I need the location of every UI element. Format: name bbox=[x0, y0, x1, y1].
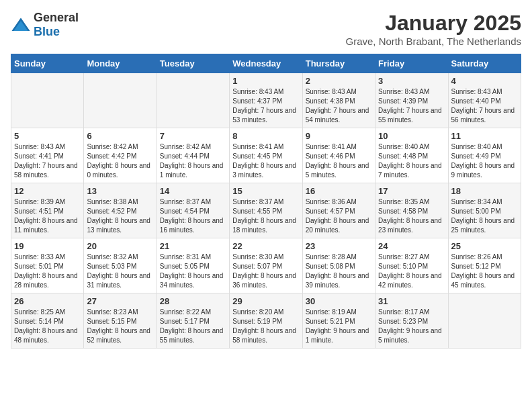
header: General Blue January 2025 Grave, North B… bbox=[11, 11, 521, 47]
calendar-cell: 4Sunrise: 8:43 AM Sunset: 4:40 PM Daylig… bbox=[448, 73, 521, 128]
day-info: Sunrise: 8:25 AM Sunset: 5:14 PM Dayligh… bbox=[14, 308, 81, 345]
day-number: 24 bbox=[378, 241, 445, 251]
day-number: 15 bbox=[232, 186, 299, 196]
day-number: 19 bbox=[14, 241, 81, 251]
day-info: Sunrise: 8:37 AM Sunset: 4:54 PM Dayligh… bbox=[160, 197, 226, 235]
day-number: 22 bbox=[232, 241, 299, 251]
calendar-cell: 9Sunrise: 8:41 AM Sunset: 4:46 PM Daylig… bbox=[302, 128, 375, 183]
day-info: Sunrise: 8:39 AM Sunset: 4:51 PM Dayligh… bbox=[14, 197, 81, 235]
day-number: 20 bbox=[87, 241, 153, 251]
calendar-cell: 6Sunrise: 8:42 AM Sunset: 4:42 PM Daylig… bbox=[84, 128, 157, 183]
logo-general-text: General bbox=[34, 11, 79, 24]
calendar-cell bbox=[84, 73, 157, 128]
calendar-cell bbox=[157, 73, 229, 128]
day-info: Sunrise: 8:43 AM Sunset: 4:39 PM Dayligh… bbox=[378, 87, 445, 125]
calendar-cell bbox=[11, 73, 84, 128]
calendar-cell: 1Sunrise: 8:43 AM Sunset: 4:37 PM Daylig… bbox=[230, 73, 302, 128]
day-header-friday: Friday bbox=[375, 54, 448, 73]
calendar-cell: 23Sunrise: 8:28 AM Sunset: 5:08 PM Dayli… bbox=[302, 238, 375, 293]
day-number: 7 bbox=[160, 131, 226, 141]
day-info: Sunrise: 8:17 AM Sunset: 5:23 PM Dayligh… bbox=[378, 308, 445, 345]
day-info: Sunrise: 8:37 AM Sunset: 4:55 PM Dayligh… bbox=[232, 197, 299, 235]
day-number: 10 bbox=[378, 131, 445, 141]
day-info: Sunrise: 8:34 AM Sunset: 5:00 PM Dayligh… bbox=[451, 197, 518, 235]
day-info: Sunrise: 8:33 AM Sunset: 5:01 PM Dayligh… bbox=[14, 253, 81, 290]
calendar-cell: 5Sunrise: 8:43 AM Sunset: 4:41 PM Daylig… bbox=[11, 128, 84, 183]
day-number: 28 bbox=[160, 296, 226, 306]
calendar-cell bbox=[448, 293, 521, 349]
day-header-thursday: Thursday bbox=[302, 54, 375, 73]
day-number: 1 bbox=[232, 76, 299, 86]
day-number: 5 bbox=[14, 131, 81, 141]
day-info: Sunrise: 8:40 AM Sunset: 4:48 PM Dayligh… bbox=[378, 142, 445, 180]
day-info: Sunrise: 8:41 AM Sunset: 4:45 PM Dayligh… bbox=[232, 142, 299, 180]
calendar-table: SundayMondayTuesdayWednesdayThursdayFrid… bbox=[11, 54, 521, 349]
calendar-cell: 30Sunrise: 8:19 AM Sunset: 5:21 PM Dayli… bbox=[302, 293, 375, 349]
day-number: 4 bbox=[451, 76, 518, 86]
header-row: SundayMondayTuesdayWednesdayThursdayFrid… bbox=[11, 54, 521, 73]
week-row-3: 12Sunrise: 8:39 AM Sunset: 4:51 PM Dayli… bbox=[11, 183, 521, 238]
day-number: 26 bbox=[14, 296, 81, 306]
day-info: Sunrise: 8:43 AM Sunset: 4:40 PM Dayligh… bbox=[451, 87, 518, 125]
calendar-cell: 31Sunrise: 8:17 AM Sunset: 5:23 PM Dayli… bbox=[375, 293, 448, 349]
calendar-cell: 27Sunrise: 8:23 AM Sunset: 5:15 PM Dayli… bbox=[84, 293, 157, 349]
day-number: 6 bbox=[87, 131, 153, 141]
day-info: Sunrise: 8:27 AM Sunset: 5:10 PM Dayligh… bbox=[378, 253, 445, 290]
day-number: 14 bbox=[160, 186, 226, 196]
day-header-wednesday: Wednesday bbox=[230, 54, 302, 73]
day-info: Sunrise: 8:43 AM Sunset: 4:37 PM Dayligh… bbox=[232, 87, 299, 125]
calendar-cell: 18Sunrise: 8:34 AM Sunset: 5:00 PM Dayli… bbox=[448, 183, 521, 238]
day-info: Sunrise: 8:36 AM Sunset: 4:57 PM Dayligh… bbox=[306, 197, 372, 235]
day-header-saturday: Saturday bbox=[448, 54, 521, 73]
calendar-cell: 29Sunrise: 8:20 AM Sunset: 5:19 PM Dayli… bbox=[230, 293, 302, 349]
day-number: 8 bbox=[232, 131, 299, 141]
day-number: 17 bbox=[378, 186, 445, 196]
day-number: 18 bbox=[451, 186, 518, 196]
week-row-5: 26Sunrise: 8:25 AM Sunset: 5:14 PM Dayli… bbox=[11, 293, 521, 349]
calendar-cell: 12Sunrise: 8:39 AM Sunset: 4:51 PM Dayli… bbox=[11, 183, 84, 238]
day-number: 29 bbox=[232, 296, 299, 306]
calendar-cell: 17Sunrise: 8:35 AM Sunset: 4:58 PM Dayli… bbox=[375, 183, 448, 238]
calendar-cell: 16Sunrise: 8:36 AM Sunset: 4:57 PM Dayli… bbox=[302, 183, 375, 238]
day-number: 27 bbox=[87, 296, 153, 306]
day-info: Sunrise: 8:28 AM Sunset: 5:08 PM Dayligh… bbox=[306, 253, 372, 290]
day-number: 13 bbox=[87, 186, 153, 196]
day-number: 25 bbox=[451, 241, 518, 251]
title-section: January 2025 Grave, North Brabant, The N… bbox=[345, 11, 521, 47]
calendar-cell: 10Sunrise: 8:40 AM Sunset: 4:48 PM Dayli… bbox=[375, 128, 448, 183]
day-info: Sunrise: 8:43 AM Sunset: 4:38 PM Dayligh… bbox=[306, 87, 372, 125]
day-number: 16 bbox=[306, 186, 372, 196]
calendar-cell: 22Sunrise: 8:30 AM Sunset: 5:07 PM Dayli… bbox=[230, 238, 302, 293]
calendar-cell: 26Sunrise: 8:25 AM Sunset: 5:14 PM Dayli… bbox=[11, 293, 84, 349]
day-info: Sunrise: 8:41 AM Sunset: 4:46 PM Dayligh… bbox=[306, 142, 372, 180]
calendar-cell: 28Sunrise: 8:22 AM Sunset: 5:17 PM Dayli… bbox=[157, 293, 229, 349]
day-info: Sunrise: 8:19 AM Sunset: 5:21 PM Dayligh… bbox=[306, 308, 372, 345]
day-info: Sunrise: 8:40 AM Sunset: 4:49 PM Dayligh… bbox=[451, 142, 518, 180]
day-info: Sunrise: 8:35 AM Sunset: 4:58 PM Dayligh… bbox=[378, 197, 445, 235]
calendar-cell: 13Sunrise: 8:38 AM Sunset: 4:52 PM Dayli… bbox=[84, 183, 157, 238]
calendar-cell: 19Sunrise: 8:33 AM Sunset: 5:01 PM Dayli… bbox=[11, 238, 84, 293]
logo-blue-text: Blue bbox=[34, 25, 60, 38]
day-header-sunday: Sunday bbox=[11, 54, 84, 73]
calendar-cell: 2Sunrise: 8:43 AM Sunset: 4:38 PM Daylig… bbox=[302, 73, 375, 128]
day-header-monday: Monday bbox=[84, 54, 157, 73]
calendar-cell: 15Sunrise: 8:37 AM Sunset: 4:55 PM Dayli… bbox=[230, 183, 302, 238]
week-row-4: 19Sunrise: 8:33 AM Sunset: 5:01 PM Dayli… bbox=[11, 238, 521, 293]
day-number: 12 bbox=[14, 186, 81, 196]
subtitle: Grave, North Brabant, The Netherlands bbox=[345, 36, 521, 47]
day-number: 31 bbox=[378, 296, 445, 306]
calendar-cell: 3Sunrise: 8:43 AM Sunset: 4:39 PM Daylig… bbox=[375, 73, 448, 128]
day-number: 2 bbox=[306, 76, 372, 86]
day-info: Sunrise: 8:26 AM Sunset: 5:12 PM Dayligh… bbox=[451, 253, 518, 290]
day-number: 3 bbox=[378, 76, 445, 86]
main-title: January 2025 bbox=[345, 11, 521, 36]
calendar-cell: 14Sunrise: 8:37 AM Sunset: 4:54 PM Dayli… bbox=[157, 183, 229, 238]
logo: General Blue bbox=[11, 11, 79, 39]
calendar-cell: 8Sunrise: 8:41 AM Sunset: 4:45 PM Daylig… bbox=[230, 128, 302, 183]
calendar-cell: 11Sunrise: 8:40 AM Sunset: 4:49 PM Dayli… bbox=[448, 128, 521, 183]
day-number: 9 bbox=[306, 131, 372, 141]
calendar-cell: 20Sunrise: 8:32 AM Sunset: 5:03 PM Dayli… bbox=[84, 238, 157, 293]
day-info: Sunrise: 8:32 AM Sunset: 5:03 PM Dayligh… bbox=[87, 253, 153, 290]
day-number: 21 bbox=[160, 241, 226, 251]
day-info: Sunrise: 8:38 AM Sunset: 4:52 PM Dayligh… bbox=[87, 197, 153, 235]
